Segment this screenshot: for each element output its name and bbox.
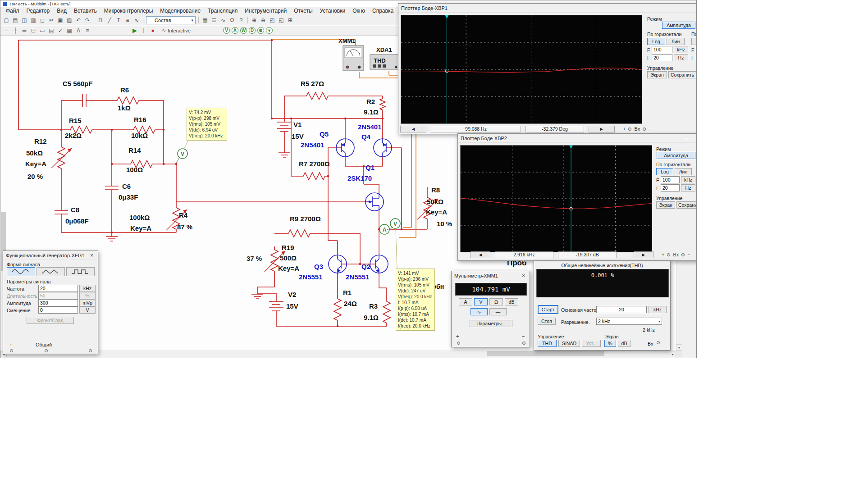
place-bus-icon[interactable]: ≡	[123, 16, 132, 24]
run-simulation-button[interactable]: ▶	[130, 26, 139, 35]
bode-plotter-xbp2-window[interactable]: Плоттер Боде-XBP2 — Режим Амплитуда По г…	[457, 133, 697, 261]
percent-display-button[interactable]: %	[604, 340, 616, 347]
probe-annotation-box-2[interactable]: V: 141 mVV(p-p): 296 mVV(rms): 105 mVV(d…	[396, 269, 435, 331]
save-button[interactable]: Сохранить	[676, 201, 697, 209]
label-r12-key[interactable]: Key=A	[25, 160, 46, 168]
bus-icon[interactable]: ═	[20, 26, 29, 35]
label-r4-key[interactable]: Key=A	[130, 224, 151, 232]
label-r3[interactable]: R3	[369, 302, 378, 310]
label-xmm1[interactable]: XMM1	[338, 37, 356, 44]
wire-icon[interactable]: ─	[2, 26, 11, 35]
label-icon[interactable]: A	[74, 26, 83, 35]
bode-plot-xbp1[interactable]	[401, 15, 642, 123]
bom-icon[interactable]: ▤	[47, 26, 56, 35]
multimeter-xmm1-window[interactable]: Мультиметр-XMM1 × 104.791 mV A V Ω dB ∿ …	[451, 271, 530, 347]
label-r4-percent[interactable]: 87 %	[177, 223, 192, 231]
ground-symbol[interactable]	[279, 153, 290, 157]
zoom-area-icon[interactable]: ◰	[268, 16, 277, 24]
f-frequency-input[interactable]	[661, 176, 680, 183]
menu-item[interactable]: Справка	[369, 7, 397, 14]
square-wave-button[interactable]	[66, 267, 95, 276]
fundamental-frequency-input[interactable]	[596, 306, 647, 313]
database-icon[interactable]: ▦	[201, 16, 210, 24]
horizontal-scroll-thumb[interactable]	[487, 351, 604, 356]
grapher-icon[interactable]: ∿	[219, 16, 228, 24]
label-r8[interactable]: R8	[431, 186, 440, 194]
label-v2[interactable]: V2	[288, 291, 296, 298]
print-preview-icon[interactable]: ◻	[38, 16, 47, 24]
zoom-out-icon[interactable]: ⊖	[259, 16, 268, 24]
label-r12[interactable]: R12	[34, 137, 47, 145]
f-unit-button[interactable]: kHz	[674, 46, 688, 53]
label-v1-value[interactable]: 15V	[292, 132, 304, 140]
close-icon[interactable]: ×	[88, 252, 95, 259]
terminal-icon[interactable]	[667, 253, 670, 256]
frequency-unit-button[interactable]: kHz	[649, 306, 667, 313]
net-icon[interactable]: ≡	[83, 26, 92, 35]
terminal-icon[interactable]	[45, 349, 48, 352]
battery-v2[interactable]	[269, 301, 283, 311]
label-r8-value[interactable]: 50kΩ	[427, 198, 443, 205]
function-generator-xfg1-window[interactable]: Функциональный генератор-XFG1 × Форма си…	[3, 251, 98, 354]
stop-button[interactable]: Стоп	[538, 318, 556, 325]
bode-plotter-xbp1-window[interactable]: Плоттер Боде-XBP1 Режим Амплитуда Фаза П…	[398, 3, 697, 134]
xbp1-titlebar[interactable]: Плоттер Боде-XBP1	[398, 4, 697, 13]
magnitude-mode-button[interactable]: Амплитуда	[657, 152, 695, 159]
f-vertical-input[interactable]	[696, 46, 697, 53]
xbp2-titlebar[interactable]: Плоттер Боде-XBP2 —	[458, 134, 697, 143]
i-unit-button[interactable]: Hz	[674, 54, 688, 61]
terminal-icon[interactable]	[89, 349, 92, 352]
label-q3[interactable]: Q3	[314, 263, 323, 270]
stop-simulation-button[interactable]: ■	[148, 26, 157, 35]
scroll-right-icon[interactable]: ►	[670, 351, 676, 357]
ohm-mode-button[interactable]: Ω	[489, 298, 503, 305]
hierarchical-block-icon[interactable]: ⊟	[29, 26, 38, 35]
label-q4[interactable]: Q4	[361, 133, 371, 141]
undo-icon[interactable]: ↶	[74, 16, 83, 24]
terminal-icon[interactable]	[643, 128, 646, 131]
label-c8-value[interactable]: 0μ068F	[65, 217, 89, 225]
place-component-icon[interactable]: ⊓	[96, 16, 105, 24]
f-unit-button[interactable]: kHz	[681, 176, 695, 183]
paste-icon[interactable]: ▨	[65, 16, 74, 24]
label-r6[interactable]: R6	[120, 86, 129, 94]
place-wire-icon[interactable]: ╱	[105, 16, 114, 24]
menu-item[interactable]: Файл	[2, 7, 23, 14]
label-q1[interactable]: Q1	[365, 164, 375, 171]
label-r14[interactable]: R14	[128, 146, 141, 154]
voltage-probe-1[interactable]: V	[176, 149, 187, 163]
log-scale-button[interactable]: Log	[647, 38, 665, 45]
voltage-probe-icon[interactable]: V	[223, 27, 230, 34]
distortion-analyzer-xda1-symbol[interactable]: THD	[370, 55, 400, 70]
label-r16-value[interactable]: 10kΩ	[131, 132, 148, 139]
label-c8[interactable]: C8	[71, 206, 79, 214]
print-icon[interactable]: ▥	[29, 16, 38, 24]
label-v1[interactable]: V1	[293, 121, 302, 128]
xmm1-titlebar[interactable]: Мультиметр-XMM1 ×	[452, 271, 530, 280]
menu-item[interactable]: Моделирование	[156, 7, 204, 14]
terminal-icon[interactable]	[522, 342, 525, 345]
label-q2-type[interactable]: 2N5551	[346, 273, 370, 281]
label-r9[interactable]: R9 2700Ω	[290, 215, 321, 223]
new-file-icon[interactable]: ▢	[2, 16, 11, 24]
distortion-analyzer-window[interactable]: Общие нелинейные искажения(THD) 0.001 % …	[534, 261, 671, 351]
menu-item[interactable]: Инструментарий	[241, 7, 290, 14]
sinad-mode-button[interactable]: SINAD	[558, 340, 580, 347]
label-q2[interactable]: Q2	[361, 263, 370, 270]
terminal-icon[interactable]	[681, 253, 685, 256]
label-r12-percent[interactable]: 20 %	[27, 173, 43, 180]
menu-item[interactable]: Трансляция	[204, 7, 241, 14]
terminal-icon[interactable]	[628, 128, 631, 131]
label-c6-value[interactable]: 0μ33F	[119, 193, 138, 201]
linear-scale-button[interactable]: Лин	[667, 38, 685, 45]
menu-item[interactable]: Редактор	[23, 7, 54, 14]
zoom-fit-icon[interactable]: ◱	[277, 16, 286, 24]
amplitude-input[interactable]	[38, 299, 78, 306]
cursor-right-button[interactable]: ►	[634, 251, 653, 258]
battery-v1[interactable]	[277, 122, 292, 132]
label-r1[interactable]: R1	[343, 289, 352, 296]
dc-mode-button[interactable]: —	[489, 308, 507, 315]
terminal-icon[interactable]	[657, 341, 660, 344]
linear-scale-button[interactable]: Лин	[675, 168, 692, 175]
label-q1-type[interactable]: 2SK170	[347, 174, 372, 182]
